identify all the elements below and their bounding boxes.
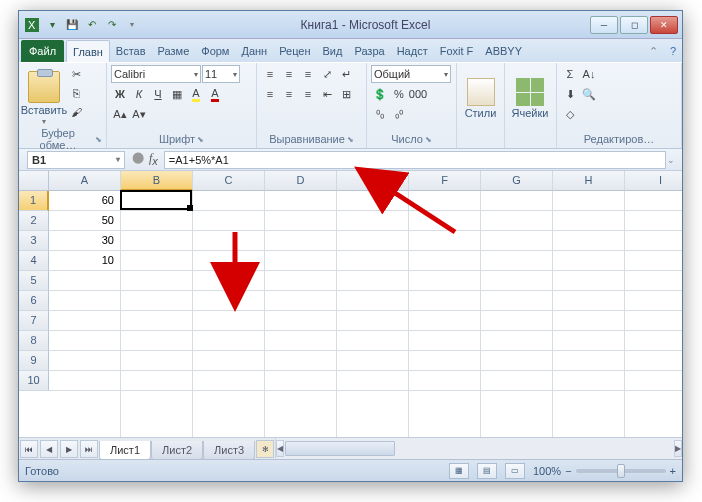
new-sheet-button[interactable]: ✻ [256, 440, 274, 458]
indent-dec-icon[interactable]: ⇤ [318, 85, 336, 103]
save-icon[interactable]: 💾 [63, 16, 81, 34]
zoom-slider-thumb[interactable] [617, 464, 625, 478]
col-header-E[interactable]: E [337, 171, 409, 191]
name-box[interactable]: B1▾ [27, 151, 125, 169]
copy-icon[interactable]: ⎘ [67, 84, 85, 102]
percent-icon[interactable]: % [390, 85, 408, 103]
qat-dropdown-icon[interactable]: ▾ [43, 16, 61, 34]
dialog-launcher-icon[interactable]: ⬊ [197, 135, 204, 144]
row-header-4[interactable]: 4 [19, 251, 49, 271]
row-header-9[interactable]: 9 [19, 351, 49, 371]
align-bottom-icon[interactable]: ≡ [299, 65, 317, 83]
font-size-combo[interactable]: 11▾ [202, 65, 240, 83]
dialog-launcher-icon[interactable]: ⬊ [425, 135, 432, 144]
currency-icon[interactable]: 💲 [371, 85, 389, 103]
styles-button[interactable]: Стили [461, 65, 500, 132]
horizontal-scrollbar[interactable]: ◀ ▶ [275, 438, 682, 459]
row-header-5[interactable]: 5 [19, 271, 49, 291]
row-header-7[interactable]: 7 [19, 311, 49, 331]
row-header-1[interactable]: 1 [19, 191, 49, 211]
font-name-combo[interactable]: Calibri▾ [111, 65, 201, 83]
align-center-icon[interactable]: ≡ [280, 85, 298, 103]
scroll-thumb-h[interactable] [285, 441, 395, 456]
align-left-icon[interactable]: ≡ [261, 85, 279, 103]
page-break-view-button[interactable]: ▭ [505, 463, 525, 479]
qat-more-icon[interactable]: ▾ [123, 16, 141, 34]
row-header-3[interactable]: 3 [19, 231, 49, 251]
tab-view[interactable]: Вид [317, 40, 349, 62]
clear-icon[interactable]: ◇ [561, 105, 579, 123]
tab-formulas[interactable]: Форм [195, 40, 235, 62]
dialog-launcher-icon[interactable]: ⬊ [347, 135, 354, 144]
tab-foxit[interactable]: Foxit F [434, 40, 480, 62]
help-icon[interactable]: ? [664, 40, 682, 62]
border-button[interactable]: ▦ [168, 85, 186, 103]
tab-data[interactable]: Данн [235, 40, 273, 62]
fill-color-button[interactable]: A [187, 85, 205, 103]
cell-A1[interactable]: 60 [49, 191, 117, 210]
row-header-8[interactable]: 8 [19, 331, 49, 351]
paste-button[interactable]: Вставить ▾ [23, 65, 65, 132]
column-headers[interactable]: ABCDEFGHI [49, 171, 682, 191]
col-header-H[interactable]: H [553, 171, 625, 191]
zoom-out-button[interactable]: − [565, 465, 571, 477]
bold-button[interactable]: Ж [111, 85, 129, 103]
sheet-nav-last[interactable]: ⏭ [80, 440, 98, 458]
cell-A4[interactable]: 10 [49, 251, 117, 270]
grow-font-icon[interactable]: A▴ [111, 105, 129, 123]
row-header-6[interactable]: 6 [19, 291, 49, 311]
selection-box[interactable] [120, 190, 192, 210]
sheet-nav-next[interactable]: ▶ [60, 440, 78, 458]
sheet-tab-3[interactable]: Лист3 [203, 441, 255, 460]
find-icon[interactable]: 🔍 [580, 85, 598, 103]
fill-handle[interactable] [187, 205, 193, 211]
tab-addins[interactable]: Надст [391, 40, 434, 62]
col-header-F[interactable]: F [409, 171, 481, 191]
cell-A3[interactable]: 30 [49, 231, 117, 250]
align-right-icon[interactable]: ≡ [299, 85, 317, 103]
expand-formula-icon[interactable]: ⌄ [664, 151, 678, 169]
zoom-slider[interactable] [576, 469, 666, 473]
ribbon-minimize-icon[interactable]: ⌃ [643, 40, 664, 62]
row-headers[interactable]: 12345678910 [19, 191, 49, 437]
cell-A2[interactable]: 50 [49, 211, 117, 230]
col-header-I[interactable]: I [625, 171, 682, 191]
page-layout-view-button[interactable]: ▤ [477, 463, 497, 479]
tab-dev[interactable]: Разра [348, 40, 390, 62]
zoom-in-button[interactable]: + [670, 465, 676, 477]
align-top-icon[interactable]: ≡ [261, 65, 279, 83]
col-header-D[interactable]: D [265, 171, 337, 191]
dec-decimal-icon[interactable]: ₀⁰ [390, 105, 408, 123]
minimize-button[interactable]: ─ [590, 16, 618, 34]
cells-area[interactable]: 6050301063 [49, 191, 682, 437]
tab-home[interactable]: Главн [66, 40, 110, 62]
scroll-right-button[interactable]: ▶ [674, 440, 682, 457]
col-header-C[interactable]: C [193, 171, 265, 191]
tab-layout[interactable]: Разме [152, 40, 196, 62]
cut-icon[interactable]: ✂ [67, 65, 85, 83]
align-middle-icon[interactable]: ≡ [280, 65, 298, 83]
inc-decimal-icon[interactable]: ⁰₀ [371, 105, 389, 123]
zoom-level[interactable]: 100% [533, 465, 561, 477]
formula-bar[interactable]: =A1+5%*A1 [164, 151, 666, 169]
wrap-text-icon[interactable]: ↵ [337, 65, 355, 83]
row-header-2[interactable]: 2 [19, 211, 49, 231]
select-all-corner[interactable] [19, 171, 49, 191]
format-painter-icon[interactable]: 🖌 [67, 103, 85, 121]
font-color-button[interactable]: A [206, 85, 224, 103]
normal-view-button[interactable]: ▦ [449, 463, 469, 479]
comma-icon[interactable]: 000 [409, 85, 427, 103]
sheet-tab-2[interactable]: Лист2 [151, 441, 203, 460]
undo-icon[interactable]: ↶ [83, 16, 101, 34]
italic-button[interactable]: К [130, 85, 148, 103]
autosum-icon[interactable]: Σ [561, 65, 579, 83]
tab-abbyy[interactable]: ABBYY [479, 40, 528, 62]
orientation-icon[interactable]: ⤢ [318, 65, 336, 83]
dialog-launcher-icon[interactable]: ⬊ [95, 135, 102, 144]
merge-icon[interactable]: ⊞ [337, 85, 355, 103]
sheet-nav-first[interactable]: ⏮ [20, 440, 38, 458]
sheet-tab-1[interactable]: Лист1 [99, 441, 151, 460]
worksheet-grid[interactable]: ABCDEFGHI 12345678910 6050301063 ▲ ▼ [19, 171, 682, 437]
file-tab[interactable]: Файл [21, 40, 64, 62]
close-button[interactable]: ✕ [650, 16, 678, 34]
